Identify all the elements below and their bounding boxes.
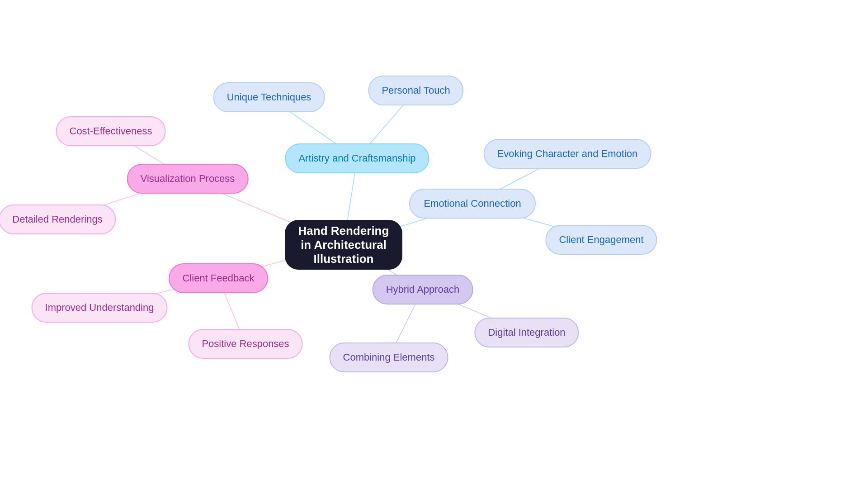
node-evoking[interactable]: Evoking Character and Emotion xyxy=(484,139,651,169)
node-client_eng[interactable]: Client Engagement xyxy=(545,225,657,255)
node-detailed[interactable]: Detailed Renderings xyxy=(0,205,116,234)
node-visualization[interactable]: Visualization Process xyxy=(127,164,249,194)
node-positive[interactable]: Positive Responses xyxy=(188,329,302,359)
node-cost[interactable]: Cost-Effectiveness xyxy=(56,116,165,146)
node-hybrid[interactable]: Hybrid Approach xyxy=(373,275,473,304)
mind-map: Hand Rendering in Architectural Illustra… xyxy=(0,0,868,490)
center-node[interactable]: Hand Rendering in Architectural Illustra… xyxy=(285,220,402,270)
node-artistry[interactable]: Artistry and Craftsmanship xyxy=(285,143,429,173)
node-unique[interactable]: Unique Techniques xyxy=(213,82,325,112)
connections-svg xyxy=(0,0,868,490)
node-personal[interactable]: Personal Touch xyxy=(368,76,463,105)
node-combining[interactable]: Combining Elements xyxy=(330,343,448,372)
node-client_fb[interactable]: Client Feedback xyxy=(169,263,268,293)
node-emotional[interactable]: Emotional Connection xyxy=(409,189,536,219)
node-digital[interactable]: Digital Integration xyxy=(474,318,579,347)
node-improved[interactable]: Improved Understanding xyxy=(32,293,168,323)
